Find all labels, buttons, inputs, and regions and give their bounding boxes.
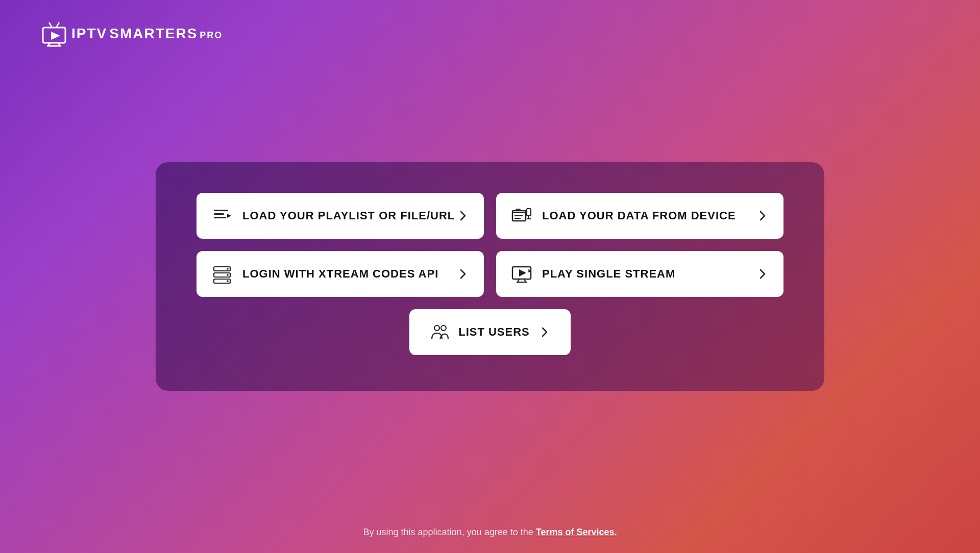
svg-point-22 — [227, 280, 229, 282]
login-xtream-label: LOGIN WITH XTREAM CODES API — [242, 267, 438, 281]
logo-pro: PRO — [200, 30, 223, 41]
chevron-right-icon-3 — [456, 268, 469, 280]
svg-point-29 — [441, 325, 446, 331]
svg-marker-27 — [519, 269, 526, 276]
svg-point-18 — [227, 268, 229, 270]
button-row-2: LOGIN WITH XTREAM CODES API — [197, 251, 783, 297]
load-playlist-button[interactable]: LOAD YOUR PLAYLIST OR FILE/URL — [197, 193, 484, 239]
footer: By using this application, you agree to … — [363, 527, 617, 538]
device-icon — [511, 206, 532, 226]
play-stream-button[interactable]: PLAY SINGLE STREAM — [496, 251, 783, 297]
chevron-right-icon-5 — [538, 326, 550, 338]
logo-text: IPTV SMARTERS PRO — [71, 26, 223, 42]
svg-marker-6 — [51, 32, 60, 40]
center-row: LIST USERS — [197, 309, 783, 355]
logo-tv-icon — [41, 20, 67, 47]
button-left: LOAD YOUR PLAYLIST OR FILE/URL — [212, 206, 455, 226]
login-xtream-button[interactable]: LOGIN WITH XTREAM CODES API — [197, 251, 484, 297]
chevron-right-icon-4 — [756, 268, 768, 280]
chevron-right-icon-2 — [756, 210, 768, 222]
list-users-inner: LIST USERS — [430, 322, 550, 342]
list-users-label: LIST USERS — [458, 325, 530, 339]
svg-point-28 — [434, 325, 439, 331]
button-left: PLAY SINGLE STREAM — [511, 264, 675, 284]
play-stream-label: PLAY SINGLE STREAM — [542, 267, 675, 281]
users-icon — [430, 322, 450, 342]
main-card: LOAD YOUR PLAYLIST OR FILE/URL — [156, 162, 824, 391]
svg-marker-10 — [227, 214, 231, 218]
chevron-right-icon — [456, 210, 469, 222]
svg-point-20 — [227, 274, 229, 276]
svg-rect-9 — [214, 217, 226, 218]
load-device-button[interactable]: LOAD YOUR DATA FROM DEVICE — [496, 193, 783, 239]
list-users-button[interactable]: LIST USERS — [409, 309, 571, 355]
load-playlist-label: LOAD YOUR PLAYLIST OR FILE/URL — [242, 209, 455, 222]
terms-link[interactable]: Terms of Services. — [536, 527, 617, 537]
svg-rect-14 — [527, 209, 531, 216]
load-device-label: LOAD YOUR DATA FROM DEVICE — [542, 209, 736, 222]
footer-text: By using this application, you agree to … — [363, 527, 536, 537]
svg-rect-8 — [214, 213, 224, 215]
logo-smarters: SMARTERS — [109, 26, 198, 42]
logo-iptv: IPTV — [71, 26, 107, 42]
stream-icon — [511, 264, 532, 284]
xtream-icon — [212, 264, 232, 284]
button-left: LOAD YOUR DATA FROM DEVICE — [511, 206, 736, 226]
svg-rect-7 — [214, 210, 228, 211]
playlist-icon — [212, 206, 232, 226]
logo: IPTV SMARTERS PRO — [41, 20, 223, 47]
button-left: LOGIN WITH XTREAM CODES API — [212, 264, 438, 284]
button-row-1: LOAD YOUR PLAYLIST OR FILE/URL — [197, 193, 783, 239]
